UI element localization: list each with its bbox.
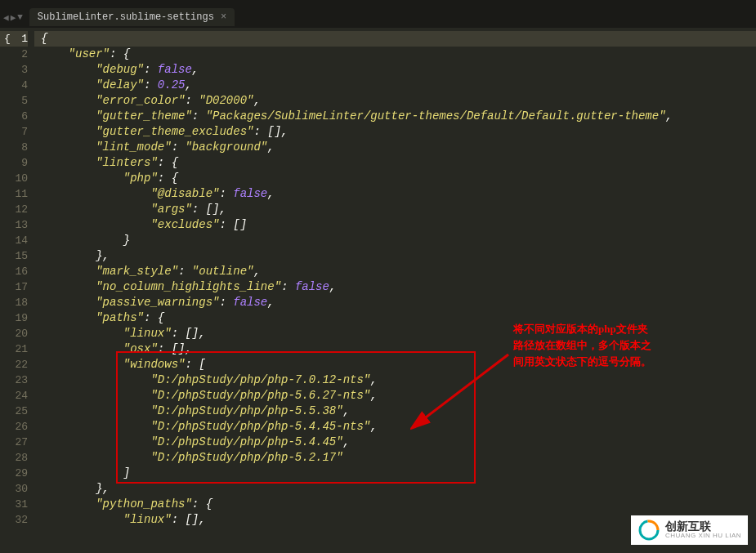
code-line[interactable]: "user": { (34, 47, 756, 62)
line-number[interactable]: 28 (0, 450, 28, 466)
line-number[interactable]: 17 (0, 279, 28, 295)
code-line[interactable]: "delay": 0.25, (34, 78, 756, 93)
line-number[interactable]: 30 (0, 481, 28, 497)
line-number[interactable]: 25 (0, 404, 28, 419)
code-line[interactable]: "@disable": false, (34, 186, 756, 202)
window-titlebar (0, 0, 756, 7)
line-number[interactable]: 20 (0, 326, 28, 341)
code-line[interactable]: "D:/phpStudy/php/php-5.6.27-nts", (34, 388, 756, 404)
tab-title: SublimeLinter.sublime-settings (38, 11, 214, 23)
code-line[interactable]: "passive_warnings": false, (34, 295, 756, 310)
line-number[interactable]: 12 (0, 202, 28, 217)
code-line[interactable]: "gutter_theme_excludes": [], (34, 124, 756, 140)
line-number[interactable]: 4 (0, 78, 28, 93)
editor: { 1 2 3 4 5 6 7 8 9 10 11 12 13 14 15 16… (0, 28, 756, 553)
code-line[interactable]: "mark_style": "outline", (34, 264, 756, 279)
code-line[interactable]: "python_paths": { (34, 497, 756, 512)
line-number[interactable]: 32 (0, 512, 28, 528)
line-number[interactable]: 24 (0, 388, 28, 404)
line-number[interactable]: 11 (0, 186, 28, 202)
line-number[interactable]: 10 (0, 171, 28, 186)
nav-forward-icon[interactable]: ▶ (11, 12, 16, 23)
nav-back-icon[interactable]: ◀ (3, 12, 9, 23)
code-line[interactable]: }, (34, 248, 756, 264)
line-number[interactable]: 29 (0, 466, 28, 481)
file-tab[interactable]: SublimeLinter.sublime-settings × (29, 8, 235, 26)
code-line[interactable]: "error_color": "D02000", (34, 93, 756, 109)
line-number[interactable]: 2 (0, 47, 28, 62)
line-number[interactable]: 14 (0, 233, 28, 248)
tab-bar: ◀ ▶ ▼ SublimeLinter.sublime-settings × (0, 7, 756, 28)
line-number[interactable]: 6 (0, 109, 28, 124)
line-number[interactable]: 3 (0, 62, 28, 78)
nav-controls: ◀ ▶ ▼ (3, 12, 23, 23)
line-number[interactable]: 5 (0, 93, 28, 109)
code-line[interactable]: { (34, 31, 756, 47)
watermark-logo: 创新互联 CHUANG XIN HU LIAN (631, 515, 748, 545)
code-line[interactable]: "no_column_highlights_line": false, (34, 279, 756, 295)
code-line[interactable]: "args": [], (34, 202, 756, 217)
line-number[interactable]: 22 (0, 357, 28, 372)
line-number[interactable]: 23 (0, 372, 28, 388)
code-line[interactable]: "D:/phpStudy/php/php-5.2.17" (34, 450, 756, 466)
line-number[interactable]: 19 (0, 310, 28, 326)
code-line[interactable]: "D:/phpStudy/php/php-5.4.45", (34, 435, 756, 450)
line-number[interactable]: 16 (0, 264, 28, 279)
fold-brace-icon[interactable]: { (2, 31, 13, 47)
code-line[interactable]: "D:/phpStudy/php/php-5.4.45-nts", (34, 419, 756, 435)
code-line[interactable]: "linters": { (34, 155, 756, 171)
code-line[interactable]: }, (34, 481, 756, 497)
code-line[interactable]: "lint_mode": "background", (34, 140, 756, 155)
code-line[interactable]: ] (34, 466, 756, 481)
line-number[interactable]: 26 (0, 419, 28, 435)
nav-down-icon[interactable]: ▼ (17, 12, 23, 23)
line-number[interactable]: 31 (0, 497, 28, 512)
line-number[interactable]: 15 (0, 248, 28, 264)
code-line[interactable]: "php": { (34, 171, 756, 186)
logo-text-cn: 创新互联 (665, 520, 741, 533)
line-number[interactable]: 9 (0, 155, 28, 171)
close-icon[interactable]: × (221, 11, 226, 23)
code-line[interactable]: "D:/phpStudy/php/php-7.0.12-nts", (34, 372, 756, 388)
code-line[interactable]: } (34, 233, 756, 248)
code-line[interactable]: "D:/phpStudy/php/php-5.5.38", (34, 404, 756, 419)
line-number-gutter: 1 2 3 4 5 6 7 8 9 10 11 12 13 14 15 16 1… (0, 28, 34, 553)
logo-icon (637, 519, 660, 542)
code-line[interactable]: "debug": false, (34, 62, 756, 78)
annotation-text: 将不同对应版本的php文件夹 路径放在数组中，多个版本之 间用英文状态下的逗号分… (513, 321, 651, 370)
code-area[interactable]: { "user": { "debug": false, "delay": 0.2… (34, 28, 756, 553)
line-number[interactable]: 13 (0, 217, 28, 233)
line-number[interactable]: 27 (0, 435, 28, 450)
line-number[interactable]: 8 (0, 140, 28, 155)
code-line[interactable]: "excludes": [] (34, 217, 756, 233)
line-number[interactable]: 7 (0, 124, 28, 140)
code-line[interactable]: "gutter_theme": "Packages/SublimeLinter/… (34, 109, 756, 124)
line-number[interactable]: 18 (0, 295, 28, 310)
logo-text-en: CHUANG XIN HU LIAN (665, 533, 741, 540)
line-number[interactable]: 21 (0, 341, 28, 357)
